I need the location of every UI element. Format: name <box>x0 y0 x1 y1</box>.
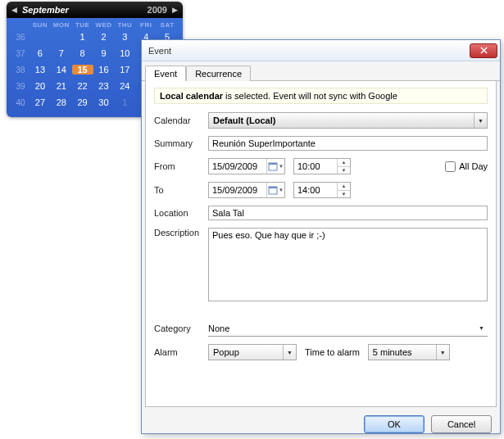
window-title: Event <box>148 46 171 56</box>
calendar-day[interactable]: 28 <box>51 97 72 107</box>
calendar-day[interactable]: 3 <box>114 32 135 42</box>
dow: FRI <box>135 21 157 29</box>
year-label: 2009 <box>148 5 167 15</box>
calendar-day[interactable]: 21 <box>51 81 72 91</box>
calendar-day[interactable]: 2 <box>93 32 115 42</box>
from-time-field[interactable] <box>294 160 337 173</box>
cancel-button[interactable]: Cancel <box>431 415 492 433</box>
alarm-select[interactable]: Popup ▼ <box>208 344 297 360</box>
calendar-day[interactable]: 30 <box>93 97 115 107</box>
month-label: September <box>22 5 69 15</box>
all-day-checkbox[interactable]: All Day <box>445 161 488 172</box>
event-tab-panel: Local calendar is selected. Event will n… <box>145 81 497 407</box>
location-input[interactable] <box>208 206 488 220</box>
summary-input[interactable] <box>208 136 488 151</box>
day-of-week-row: SUN MON TUE WED THU FRI SAT <box>11 21 178 29</box>
calendar-picker-icon[interactable]: ▼ <box>266 183 284 197</box>
calendar-day[interactable]: 1 <box>72 32 93 42</box>
calendar-day[interactable]: 14 <box>51 65 72 75</box>
dow: TUE <box>72 21 93 29</box>
from-label: From <box>154 161 208 171</box>
close-icon <box>480 47 488 54</box>
spin-down-icon[interactable]: ▼ <box>338 167 350 174</box>
category-select[interactable]: None ▼ <box>208 320 488 337</box>
next-month-icon[interactable]: ▶ <box>172 6 178 14</box>
info-rest: is selected. Event will not sync with Go… <box>223 91 397 101</box>
spin-up-icon[interactable]: ▲ <box>338 183 350 191</box>
description-input[interactable]: Pues eso. Que hay que ir ;-) <box>208 228 488 301</box>
to-time-field[interactable] <box>294 183 337 197</box>
info-strip: Local calendar is selected. Event will n… <box>154 88 488 104</box>
calendar-day[interactable]: 27 <box>30 97 51 107</box>
info-bold: Local calendar <box>160 91 223 101</box>
button-row: OK Cancel <box>142 410 500 438</box>
to-date-field[interactable] <box>209 183 266 197</box>
calendar-label: Calendar <box>154 115 208 125</box>
prev-month-icon[interactable]: ◀ <box>11 6 17 14</box>
chevron-down-icon[interactable]: ▼ <box>436 345 449 360</box>
calendar-value: Default (Local) <box>209 115 279 125</box>
calendar-day[interactable]: 17 <box>114 65 135 75</box>
description-label: Description <box>154 228 208 238</box>
calendar-day[interactable]: 7 <box>51 48 72 58</box>
all-day-check[interactable] <box>445 161 456 172</box>
calendar-day[interactable]: 22 <box>72 81 93 91</box>
to-time-input[interactable]: ▲▼ <box>293 182 351 198</box>
calendar-day[interactable]: 24 <box>114 81 135 91</box>
dow: SAT <box>157 21 178 29</box>
dow: WED <box>93 21 115 29</box>
week-number: 38 <box>11 66 30 75</box>
week-number: 37 <box>11 49 30 58</box>
from-date-input[interactable]: ▼ <box>208 158 285 174</box>
chevron-down-icon[interactable]: ▼ <box>283 345 296 360</box>
tab-event[interactable]: Event <box>145 66 186 81</box>
spin-up-icon[interactable]: ▲ <box>338 159 350 167</box>
calendar-picker-icon[interactable]: ▼ <box>266 159 284 174</box>
calendar-day[interactable]: 8 <box>72 48 93 58</box>
from-time-input[interactable]: ▲▼ <box>293 158 351 174</box>
summary-label: Summary <box>154 138 208 148</box>
close-button[interactable] <box>470 43 497 58</box>
calendar-header: ◀ September 2009 ▶ <box>7 2 183 18</box>
calendar-day[interactable]: 20 <box>30 81 51 91</box>
chevron-down-icon[interactable]: ▼ <box>474 113 487 128</box>
calendar-day[interactable]: 23 <box>93 81 115 91</box>
week-number: 39 <box>11 82 30 91</box>
time-to-alarm-value: 5 minutes <box>369 347 416 357</box>
tabstrip: Event Recurrence <box>142 61 500 81</box>
calendar-day[interactable]: 6 <box>30 48 51 58</box>
ok-button[interactable]: OK <box>364 415 425 433</box>
to-date-input[interactable]: ▼ <box>208 182 285 198</box>
calendar-day[interactable]: 10 <box>114 48 135 58</box>
svg-rect-1 <box>269 163 277 165</box>
alarm-label: Alarm <box>154 347 208 357</box>
calendar-day[interactable]: 16 <box>93 65 115 75</box>
calendar-day[interactable]: 13 <box>30 65 51 75</box>
chevron-down-icon[interactable]: ▼ <box>479 325 488 331</box>
week-number: 36 <box>11 33 30 42</box>
dow: MON <box>51 21 72 29</box>
time-to-alarm-label: Time to alarm <box>305 347 360 357</box>
time-to-alarm-select[interactable]: 5 minutes ▼ <box>368 344 450 360</box>
tab-recurrence[interactable]: Recurrence <box>186 66 251 81</box>
event-window: Event Event Recurrence Local calendar is… <box>141 39 501 434</box>
calendar-select[interactable]: Default (Local) ▼ <box>208 112 488 129</box>
dow: SUN <box>30 21 51 29</box>
calendar-day[interactable]: 9 <box>93 48 115 58</box>
all-day-label: All Day <box>459 161 488 171</box>
calendar-day[interactable]: 15 <box>72 65 93 75</box>
calendar-day[interactable]: 29 <box>72 97 93 107</box>
titlebar[interactable]: Event <box>142 40 500 61</box>
dow: THU <box>114 21 135 29</box>
location-label: Location <box>154 208 208 218</box>
from-date-field[interactable] <box>209 160 266 173</box>
to-label: To <box>154 185 208 195</box>
category-value: None <box>208 324 229 333</box>
category-label: Category <box>154 324 208 333</box>
svg-rect-3 <box>269 187 277 188</box>
spin-down-icon[interactable]: ▼ <box>338 191 350 198</box>
time-spin[interactable]: ▲▼ <box>337 183 350 197</box>
calendar-day[interactable]: 1 <box>114 97 135 107</box>
week-number: 40 <box>11 98 30 107</box>
time-spin[interactable]: ▲▼ <box>337 159 350 174</box>
